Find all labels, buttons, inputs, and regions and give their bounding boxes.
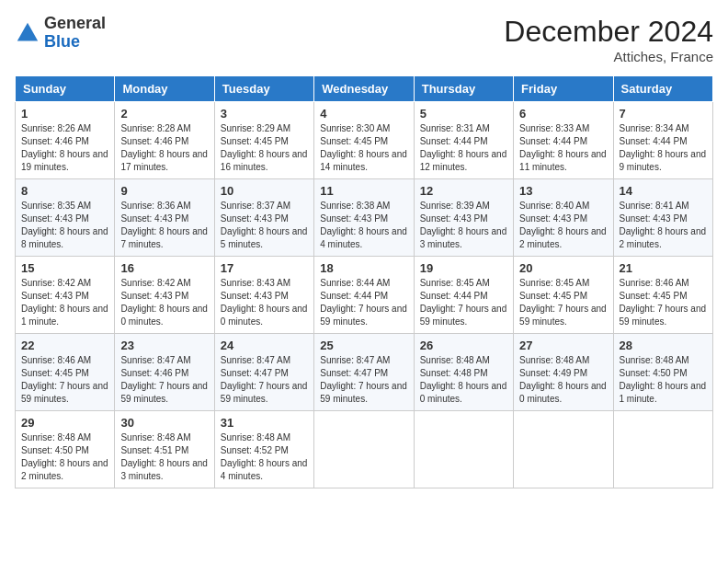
day-info: Sunrise: 8:47 AMSunset: 4:47 PMDaylight:… xyxy=(221,354,308,406)
day-number: 4 xyxy=(320,107,407,121)
calendar-cell: 16Sunrise: 8:42 AMSunset: 4:43 PMDayligh… xyxy=(115,257,214,334)
day-number: 22 xyxy=(21,339,108,352)
day-info: Sunrise: 8:38 AMSunset: 4:43 PMDaylight:… xyxy=(320,200,407,251)
day-info: Sunrise: 8:37 AMSunset: 4:43 PMDaylight:… xyxy=(221,200,308,251)
calendar-cell: 5Sunrise: 8:31 AMSunset: 4:44 PMDaylight… xyxy=(414,102,513,179)
calendar-cell: 7Sunrise: 8:34 AMSunset: 4:44 PMDaylight… xyxy=(613,102,712,179)
day-number: 17 xyxy=(221,261,308,275)
calendar-cell xyxy=(514,411,613,488)
day-info: Sunrise: 8:47 AMSunset: 4:47 PMDaylight:… xyxy=(320,354,407,406)
week-row-3: 15Sunrise: 8:42 AMSunset: 4:43 PMDayligh… xyxy=(16,257,713,334)
calendar-cell xyxy=(414,411,513,488)
calendar-cell: 3Sunrise: 8:29 AMSunset: 4:45 PMDaylight… xyxy=(214,102,313,179)
week-row-1: 1Sunrise: 8:26 AMSunset: 4:46 PMDaylight… xyxy=(16,102,713,179)
calendar-cell: 9Sunrise: 8:36 AMSunset: 4:43 PMDaylight… xyxy=(115,179,214,257)
day-info: Sunrise: 8:43 AMSunset: 4:43 PMDaylight:… xyxy=(221,277,308,328)
logo-icon xyxy=(15,20,40,46)
day-info: Sunrise: 8:31 AMSunset: 4:44 PMDaylight:… xyxy=(420,122,507,174)
day-info: Sunrise: 8:48 AMSunset: 4:49 PMDaylight:… xyxy=(519,354,607,406)
calendar-cell xyxy=(314,411,414,488)
weekday-header-tuesday: Tuesday xyxy=(214,76,313,102)
day-number: 20 xyxy=(519,261,607,275)
weekday-header-friday: Friday xyxy=(514,76,613,102)
calendar-cell: 19Sunrise: 8:45 AMSunset: 4:44 PMDayligh… xyxy=(414,257,513,334)
day-number: 2 xyxy=(120,107,208,121)
day-info: Sunrise: 8:42 AMSunset: 4:43 PMDaylight:… xyxy=(120,277,208,328)
calendar-cell: 17Sunrise: 8:43 AMSunset: 4:43 PMDayligh… xyxy=(214,257,313,334)
calendar-cell: 11Sunrise: 8:38 AMSunset: 4:43 PMDayligh… xyxy=(314,179,414,257)
location: Attiches, France xyxy=(504,49,713,64)
day-info: Sunrise: 8:34 AMSunset: 4:44 PMDaylight:… xyxy=(620,122,707,174)
calendar-cell: 23Sunrise: 8:47 AMSunset: 4:46 PMDayligh… xyxy=(115,334,214,411)
day-number: 27 xyxy=(519,339,607,352)
calendar-cell: 29Sunrise: 8:48 AMSunset: 4:50 PMDayligh… xyxy=(16,411,115,488)
day-info: Sunrise: 8:48 AMSunset: 4:50 PMDaylight:… xyxy=(21,431,108,483)
day-number: 31 xyxy=(221,416,308,430)
calendar-cell: 27Sunrise: 8:48 AMSunset: 4:49 PMDayligh… xyxy=(514,334,613,411)
weekday-header-row: SundayMondayTuesdayWednesdayThursdayFrid… xyxy=(16,76,713,102)
day-info: Sunrise: 8:48 AMSunset: 4:50 PMDaylight:… xyxy=(620,354,707,406)
calendar-cell: 8Sunrise: 8:35 AMSunset: 4:43 PMDaylight… xyxy=(16,179,115,257)
logo-blue: Blue xyxy=(44,33,106,52)
day-info: Sunrise: 8:44 AMSunset: 4:44 PMDaylight:… xyxy=(320,277,407,328)
day-info: Sunrise: 8:36 AMSunset: 4:43 PMDaylight:… xyxy=(120,200,208,251)
day-info: Sunrise: 8:48 AMSunset: 4:51 PMDaylight:… xyxy=(120,431,208,483)
day-info: Sunrise: 8:35 AMSunset: 4:43 PMDaylight:… xyxy=(21,200,108,251)
calendar-cell: 1Sunrise: 8:26 AMSunset: 4:46 PMDaylight… xyxy=(16,102,115,179)
weekday-header-sunday: Sunday xyxy=(16,76,115,102)
calendar-cell: 10Sunrise: 8:37 AMSunset: 4:43 PMDayligh… xyxy=(214,179,313,257)
day-number: 12 xyxy=(420,184,507,198)
day-info: Sunrise: 8:46 AMSunset: 4:45 PMDaylight:… xyxy=(21,354,108,406)
day-number: 14 xyxy=(620,184,707,198)
calendar-cell: 6Sunrise: 8:33 AMSunset: 4:44 PMDaylight… xyxy=(514,102,613,179)
day-number: 28 xyxy=(620,339,707,352)
calendar-cell: 30Sunrise: 8:48 AMSunset: 4:51 PMDayligh… xyxy=(115,411,214,488)
day-info: Sunrise: 8:28 AMSunset: 4:46 PMDaylight:… xyxy=(120,122,208,174)
svg-marker-0 xyxy=(17,23,38,41)
day-info: Sunrise: 8:30 AMSunset: 4:45 PMDaylight:… xyxy=(320,122,407,174)
day-number: 5 xyxy=(420,107,507,121)
weekday-header-saturday: Saturday xyxy=(613,76,712,102)
page-header: General Blue December 2024 Attiches, Fra… xyxy=(15,15,713,64)
day-number: 16 xyxy=(120,261,208,275)
day-info: Sunrise: 8:39 AMSunset: 4:43 PMDaylight:… xyxy=(420,200,507,251)
calendar-cell: 22Sunrise: 8:46 AMSunset: 4:45 PMDayligh… xyxy=(16,334,115,411)
logo: General Blue xyxy=(15,15,106,52)
calendar-cell: 31Sunrise: 8:48 AMSunset: 4:52 PMDayligh… xyxy=(214,411,313,488)
calendar-cell xyxy=(613,411,712,488)
calendar-cell: 13Sunrise: 8:40 AMSunset: 4:43 PMDayligh… xyxy=(514,179,613,257)
day-number: 7 xyxy=(620,107,707,121)
weekday-header-monday: Monday xyxy=(115,76,214,102)
calendar-cell: 18Sunrise: 8:44 AMSunset: 4:44 PMDayligh… xyxy=(314,257,414,334)
day-number: 3 xyxy=(221,107,308,121)
day-number: 18 xyxy=(320,261,407,275)
calendar: SundayMondayTuesdayWednesdayThursdayFrid… xyxy=(15,75,713,488)
title-block: December 2024 Attiches, France xyxy=(504,15,713,64)
calendar-cell: 26Sunrise: 8:48 AMSunset: 4:48 PMDayligh… xyxy=(414,334,513,411)
calendar-cell: 20Sunrise: 8:45 AMSunset: 4:45 PMDayligh… xyxy=(514,257,613,334)
day-number: 1 xyxy=(21,107,108,121)
week-row-5: 29Sunrise: 8:48 AMSunset: 4:50 PMDayligh… xyxy=(16,411,713,488)
day-info: Sunrise: 8:45 AMSunset: 4:44 PMDaylight:… xyxy=(420,277,507,328)
day-info: Sunrise: 8:26 AMSunset: 4:46 PMDaylight:… xyxy=(21,122,108,174)
day-number: 13 xyxy=(519,184,607,198)
calendar-cell: 24Sunrise: 8:47 AMSunset: 4:47 PMDayligh… xyxy=(214,334,313,411)
day-number: 21 xyxy=(620,261,707,275)
day-info: Sunrise: 8:48 AMSunset: 4:48 PMDaylight:… xyxy=(420,354,507,406)
day-number: 11 xyxy=(320,184,407,198)
day-number: 23 xyxy=(120,339,208,352)
calendar-cell: 12Sunrise: 8:39 AMSunset: 4:43 PMDayligh… xyxy=(414,179,513,257)
calendar-cell: 21Sunrise: 8:46 AMSunset: 4:45 PMDayligh… xyxy=(613,257,712,334)
day-number: 9 xyxy=(120,184,208,198)
weekday-header-thursday: Thursday xyxy=(414,76,513,102)
week-row-2: 8Sunrise: 8:35 AMSunset: 4:43 PMDaylight… xyxy=(16,179,713,257)
day-number: 19 xyxy=(420,261,507,275)
calendar-cell: 4Sunrise: 8:30 AMSunset: 4:45 PMDaylight… xyxy=(314,102,414,179)
day-info: Sunrise: 8:41 AMSunset: 4:43 PMDaylight:… xyxy=(620,200,707,251)
day-number: 24 xyxy=(221,339,308,352)
calendar-cell: 28Sunrise: 8:48 AMSunset: 4:50 PMDayligh… xyxy=(613,334,712,411)
day-number: 25 xyxy=(320,339,407,352)
calendar-cell: 2Sunrise: 8:28 AMSunset: 4:46 PMDaylight… xyxy=(115,102,214,179)
day-number: 8 xyxy=(21,184,108,198)
day-info: Sunrise: 8:42 AMSunset: 4:43 PMDaylight:… xyxy=(21,277,108,328)
